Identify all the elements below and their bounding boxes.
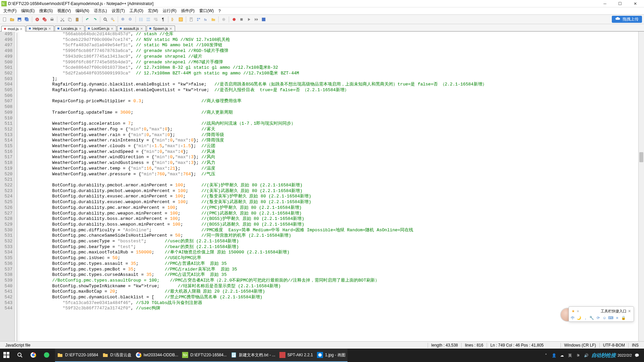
stop-record-icon[interactable] — [238, 16, 245, 23]
comma-icon[interactable]: ， — [583, 315, 588, 320]
scrollbar-thumb[interactable] — [639, 152, 643, 162]
maximize-button[interactable]: ☐ — [612, 0, 628, 7]
smile-icon[interactable]: ☺ — [602, 315, 607, 320]
tray-notification-icon[interactable]: 💬 — [634, 353, 640, 358]
tab-close-icon[interactable]: ✕ — [169, 27, 173, 30]
file-tab[interactable]: LootGen.js✕ — [85, 25, 116, 31]
show-all-chars-icon[interactable]: ¶ — [160, 16, 166, 23]
taskbar-item[interactable] — [15, 349, 28, 362]
file-tab[interactable]: assault.js✕ — [117, 25, 146, 31]
keyboard-icon[interactable]: ⌨ — [608, 315, 613, 320]
folder-tree-icon[interactable] — [210, 16, 217, 23]
tab-close-icon[interactable]: ✕ — [48, 27, 52, 30]
taskbar-label: 1.jpg - 画图 — [325, 352, 345, 358]
taskbar-item[interactable] — [1, 349, 15, 362]
file-tab[interactable]: Helper.js✕ — [26, 25, 54, 31]
tab-close-icon[interactable]: ✕ — [140, 27, 144, 30]
zoom-in-icon[interactable] — [120, 16, 126, 23]
open-file-icon[interactable] — [9, 16, 15, 23]
paste-icon[interactable] — [74, 16, 80, 23]
close-all-icon[interactable] — [41, 16, 48, 23]
tray-chevron-icon[interactable]: ˄ — [543, 353, 549, 358]
upload-badge[interactable]: 拖拽上传 — [612, 16, 642, 23]
menu-item[interactable]: 插件(P) — [179, 7, 197, 14]
sync-v-icon[interactable] — [138, 16, 144, 23]
tab-close-icon[interactable]: ✕ — [20, 27, 23, 31]
tray-cloud-icon[interactable]: ☁ — [559, 353, 565, 358]
menu-item[interactable]: 工具(O) — [127, 7, 145, 14]
equals-icon[interactable]: ≡ — [615, 315, 620, 320]
vertical-scrollbar[interactable] — [638, 32, 644, 341]
file-tab[interactable]: Locales.js✕ — [55, 25, 85, 31]
status-eol[interactable]: Windows (CR LF) — [560, 343, 599, 348]
indent-guide-icon[interactable] — [170, 16, 177, 23]
tab-label: Helper.js — [33, 26, 47, 31]
menu-item[interactable]: 运行(R) — [161, 7, 178, 14]
assistant-panel[interactable]: ★★ 工具栏快捷入口 ✕ 中 🌙 ， 🔧 ⟳ ☺ ⌨ ≡ 🔒 — [569, 306, 634, 322]
menu-item[interactable]: 宏(M) — [146, 7, 160, 14]
lang-icon[interactable]: 中 — [570, 315, 575, 320]
tray-people-icon[interactable]: 👤 — [551, 353, 557, 358]
menu-item[interactable]: 视图(V) — [55, 7, 73, 14]
play-icon[interactable] — [246, 16, 252, 23]
tab-close-icon[interactable]: ✕ — [111, 27, 114, 30]
undo-icon[interactable] — [84, 16, 91, 23]
wrap-icon[interactable] — [152, 16, 159, 23]
tray-clock[interactable]: 2022/2/2 — [618, 353, 632, 357]
status-mode[interactable]: INS — [628, 343, 642, 348]
file-tab[interactable]: Spawn.js✕ — [147, 25, 175, 31]
menu-item[interactable]: 语言(L) — [92, 7, 109, 14]
zoom-out-icon[interactable] — [127, 16, 134, 23]
lang-user-icon[interactable] — [177, 16, 184, 23]
menu-item[interactable]: 编辑(E) — [19, 7, 37, 14]
taskbar-item[interactable]: SPT-AKI 2.2.1 — [277, 349, 315, 362]
taskbar-item[interactable]: lwt203344-ODDB... — [133, 349, 180, 362]
save-macro-icon[interactable] — [260, 16, 267, 23]
copy-icon[interactable] — [66, 16, 73, 23]
taskbar-item[interactable] — [42, 349, 55, 362]
taskbar-item[interactable]: N+D:\EFT\220-16584... — [180, 349, 229, 362]
minimize-button[interactable]: ─ — [597, 0, 612, 7]
menu-item[interactable]: 窗口(W) — [197, 7, 216, 14]
taskbar-item[interactable] — [28, 349, 42, 362]
print-icon[interactable] — [49, 16, 55, 23]
status-encoding[interactable]: UTF-8-BOM — [599, 343, 628, 348]
new-file-icon[interactable] — [1, 16, 8, 23]
taskbar-item[interactable]: D:\EFT\220-16584 — [55, 349, 100, 362]
func-list-icon[interactable]: fx — [203, 16, 209, 23]
panel-close-icon[interactable]: ✕ — [628, 309, 631, 313]
close-button[interactable]: ✕ — [628, 0, 643, 7]
cut-icon[interactable] — [59, 16, 66, 23]
close-file-icon[interactable] — [34, 16, 41, 23]
replace-icon[interactable] — [109, 16, 116, 23]
find-icon[interactable] — [102, 16, 109, 23]
lock-icon[interactable]: 🔒 — [621, 315, 626, 320]
play-multi-icon[interactable] — [253, 16, 260, 23]
menu-item[interactable]: ? — [216, 8, 223, 14]
taskbar-item[interactable]: D:\迅雷云盘 — [100, 349, 133, 362]
save-icon[interactable] — [16, 16, 23, 23]
refresh-icon[interactable]: ⟳ — [596, 315, 600, 320]
tab-close-icon[interactable]: ✕ — [79, 27, 82, 30]
taskbar-item[interactable]: 1.jpg - 画图 — [315, 349, 347, 362]
wrench-icon[interactable]: 🔧 — [589, 315, 594, 320]
tray-ime-icon[interactable]: 英 — [567, 353, 573, 358]
doc-list-icon[interactable] — [195, 16, 202, 23]
record-icon[interactable] — [231, 16, 237, 23]
code-content[interactable]: "566abbb64bdc2d144c8b457d", // stash //仓… — [19, 32, 644, 341]
file-tab[interactable]: mod.js✕ — [1, 26, 25, 32]
menu-item[interactable]: 设置(T) — [110, 7, 127, 14]
taskbar-item[interactable]: 新建文本文档.txt - ... — [229, 349, 277, 362]
redo-icon[interactable] — [92, 16, 98, 23]
menu-item[interactable]: 编码(N) — [73, 7, 91, 14]
tray-volume-icon[interactable]: 🔊 — [583, 353, 589, 358]
tray-wifi-icon[interactable]: ⚞ — [575, 353, 581, 358]
moon-icon[interactable]: 🌙 — [577, 315, 581, 320]
monitor-icon[interactable] — [220, 16, 227, 23]
menu-item[interactable]: 搜索(S) — [37, 7, 55, 14]
menu-item[interactable]: 文件(F) — [1, 7, 18, 14]
doc-map-icon[interactable] — [188, 16, 195, 23]
sync-h-icon[interactable] — [145, 16, 152, 23]
fold-column[interactable] — [15, 32, 19, 341]
save-all-icon[interactable] — [23, 16, 30, 23]
